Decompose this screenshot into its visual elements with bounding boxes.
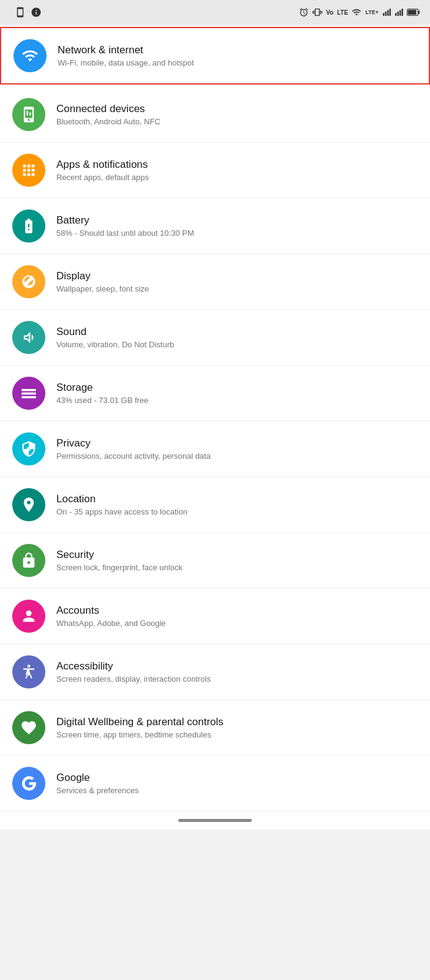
status-right: Vo LTE LTE+ [299, 7, 420, 17]
vibrate-icon [312, 7, 322, 17]
accounts-text: Accounts WhatsApp, Adobe, and Google [56, 605, 418, 628]
storage-subtitle: 43% used - 73.01 GB free [56, 396, 418, 405]
battery-icon [407, 7, 420, 17]
lte-label: LTE [337, 9, 348, 16]
shazam-icon [31, 7, 42, 18]
sound-title: Sound [56, 326, 418, 338]
svg-point-13 [27, 447, 31, 451]
svg-rect-12 [29, 113, 31, 116]
google-text: Google Services & preferences [56, 772, 418, 795]
connected-devices-text: Connected devices Bluetooth, Android Aut… [56, 103, 418, 126]
google-icon [12, 767, 45, 800]
accessibility-title: Accessibility [56, 660, 418, 673]
settings-item-accounts[interactable]: Accounts WhatsApp, Adobe, and Google [0, 589, 430, 644]
svg-point-14 [28, 665, 31, 668]
privacy-icon [12, 432, 45, 466]
security-text: Security Screen lock, fingerprint, face … [56, 549, 418, 572]
settings-item-location[interactable]: Location On - 35 apps have access to loc… [0, 477, 430, 533]
svg-rect-2 [387, 10, 388, 16]
status-bar: Vo LTE LTE+ [0, 0, 430, 24]
display-subtitle: Wallpaper, sleep, font size [56, 284, 418, 293]
svg-rect-7 [402, 9, 403, 16]
google-subtitle: Services & preferences [56, 786, 418, 795]
settings-item-security[interactable]: Security Screen lock, fingerprint, face … [0, 533, 430, 589]
svg-rect-5 [398, 12, 399, 16]
security-title: Security [56, 549, 418, 561]
privacy-subtitle: Permissions, account activity, personal … [56, 451, 418, 461]
svg-point-15 [28, 723, 31, 726]
battery-icon [12, 209, 45, 243]
privacy-text: Privacy Permissions, account activity, p… [56, 437, 418, 461]
display-icon [12, 265, 45, 298]
lte-plus-label: LTE+ [365, 9, 379, 15]
signal1-icon [382, 7, 391, 17]
settings-item-storage[interactable]: Storage 43% used - 73.01 GB free [0, 366, 430, 421]
digital-wellbeing-title: Digital Wellbeing & parental controls [56, 716, 418, 728]
connected-devices-title: Connected devices [56, 103, 418, 115]
alarm-icon [299, 7, 309, 17]
settings-item-digital-wellbeing[interactable]: Digital Wellbeing & parental controls Sc… [0, 700, 430, 756]
settings-item-privacy[interactable]: Privacy Permissions, account activity, p… [0, 421, 430, 477]
accessibility-subtitle: Screen readers, display, interaction con… [56, 674, 418, 684]
svg-rect-0 [383, 13, 384, 16]
wifi-status-icon [352, 7, 361, 17]
security-icon [12, 544, 45, 577]
battery-title: Battery [56, 214, 418, 227]
settings-item-google[interactable]: Google Services & preferences [0, 756, 430, 812]
settings-item-display[interactable]: Display Wallpaper, sleep, font size [0, 254, 430, 310]
location-text: Location On - 35 apps have access to loc… [56, 493, 418, 516]
settings-item-sound[interactable]: Sound Volume, vibration, Do Not Disturb [0, 310, 430, 366]
settings-item-accessibility[interactable]: Accessibility Screen readers, display, i… [0, 644, 430, 700]
apps-notifications-subtitle: Recent apps, default apps [56, 173, 418, 182]
screenshot-icon [15, 7, 26, 18]
privacy-title: Privacy [56, 437, 418, 450]
svg-rect-9 [408, 10, 417, 15]
accessibility-icon [12, 655, 45, 688]
digital-wellbeing-subtitle: Screen time, app timers, bedtime schedul… [56, 730, 418, 739]
location-icon [12, 488, 45, 521]
svg-rect-3 [390, 9, 391, 16]
volte-label: Vo [326, 9, 333, 16]
battery-text: Battery 58% - Should last until about 10… [56, 214, 418, 238]
sound-text: Sound Volume, vibration, Do Not Disturb [56, 326, 418, 349]
accessibility-text: Accessibility Screen readers, display, i… [56, 660, 418, 684]
display-text: Display Wallpaper, sleep, font size [56, 270, 418, 293]
apps-notifications-icon [12, 154, 45, 187]
network-text: Network & internet Wi-Fi, mobile, data u… [58, 44, 417, 67]
nav-indicator [178, 819, 252, 822]
svg-rect-4 [395, 13, 396, 16]
google-title: Google [56, 772, 418, 784]
settings-item-apps-notifications[interactable]: Apps & notifications Recent apps, defaul… [0, 143, 430, 198]
network-subtitle: Wi-Fi, mobile, data usage, and hotspot [58, 58, 417, 67]
sound-icon [12, 321, 45, 354]
status-left [10, 7, 42, 18]
storage-icon [12, 377, 45, 410]
apps-notifications-text: Apps & notifications Recent apps, defaul… [56, 159, 418, 182]
display-title: Display [56, 270, 418, 282]
signal2-icon [394, 7, 403, 17]
digital-wellbeing-text: Digital Wellbeing & parental controls Sc… [56, 716, 418, 739]
svg-rect-1 [385, 12, 387, 16]
location-subtitle: On - 35 apps have access to location [56, 507, 418, 516]
storage-text: Storage 43% used - 73.01 GB free [56, 382, 418, 405]
svg-rect-11 [27, 111, 28, 115]
connected-devices-subtitle: Bluetooth, Android Auto, NFC [56, 117, 418, 126]
svg-rect-10 [418, 10, 420, 13]
settings-item-battery[interactable]: Battery 58% - Should last until about 10… [0, 198, 430, 254]
svg-rect-6 [399, 10, 401, 16]
settings-item-connected-devices[interactable]: Connected devices Bluetooth, Android Aut… [0, 87, 430, 143]
settings-list: Network & internet Wi-Fi, mobile, data u… [0, 27, 430, 812]
accounts-title: Accounts [56, 605, 418, 617]
sound-subtitle: Volume, vibration, Do Not Disturb [56, 340, 418, 349]
security-subtitle: Screen lock, fingerprint, face unlock [56, 563, 418, 572]
battery-subtitle: 58% - Should last until about 10:30 PM [56, 228, 418, 238]
accounts-icon [12, 600, 45, 633]
network-title: Network & internet [58, 44, 417, 56]
location-title: Location [56, 493, 418, 505]
network-icon [13, 39, 47, 72]
accounts-subtitle: WhatsApp, Adobe, and Google [56, 619, 418, 628]
settings-item-network[interactable]: Network & internet Wi-Fi, mobile, data u… [0, 27, 430, 85]
connected-devices-icon [12, 98, 45, 131]
storage-title: Storage [56, 382, 418, 394]
digital-wellbeing-icon [12, 711, 45, 744]
